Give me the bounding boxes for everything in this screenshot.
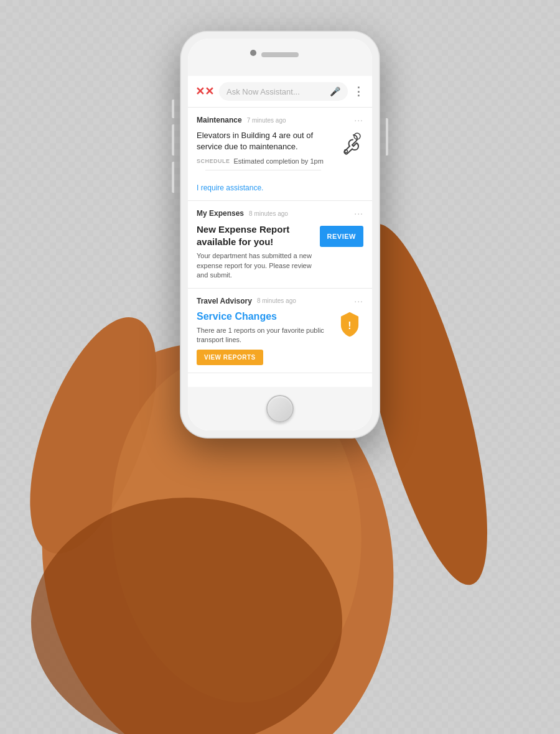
top-search-bar: ✕✕ Ask Now Assistant... 🎤 ⋮ [188, 76, 372, 108]
travel-card-header: Travel Advisory 8 minutes ago ··· [197, 296, 363, 306]
maintenance-card: Maintenance 7 minutes ago ··· Elevators … [188, 108, 372, 201]
maintenance-more-dots[interactable]: ··· [354, 115, 363, 125]
maintenance-title-row: Maintenance 7 minutes ago [197, 116, 286, 124]
schedule-value: Estimated completion by 1pm [234, 157, 324, 165]
home-button[interactable] [266, 395, 294, 422]
tools-wrench-icon [336, 130, 363, 162]
maintenance-card-header: Maintenance 7 minutes ago ··· [197, 115, 363, 125]
earpiece-speaker [261, 52, 299, 57]
expenses-content: New Expense Report available for you! Yo… [197, 223, 363, 280]
phone-scene: ✕✕ Ask Now Assistant... 🎤 ⋮ Maintenance … [180, 31, 380, 438]
travel-content: Service Changes There are 1 reports on y… [197, 311, 363, 366]
schedule-label: SCHEDULE [197, 158, 230, 164]
phone-top-bezel [188, 39, 372, 76]
volume-up-button [172, 124, 174, 156]
expenses-card: My Expenses 8 minutes ago ··· New Expens… [188, 201, 372, 288]
assistance-link[interactable]: I require assistance. [197, 184, 263, 192]
phone-device: ✕✕ Ask Now Assistant... 🎤 ⋮ Maintenance … [180, 31, 380, 438]
expenses-text-area: New Expense Report available for you! Yo… [197, 223, 314, 280]
maintenance-category-label: Maintenance [197, 116, 242, 124]
app-screen: ✕✕ Ask Now Assistant... 🎤 ⋮ Maintenance … [188, 76, 372, 387]
front-camera [250, 50, 256, 56]
search-input[interactable]: Ask Now Assistant... 🎤 [219, 82, 348, 101]
travel-category-label: Travel Advisory [197, 297, 252, 305]
travel-description: There are 1 reports on your favorite pub… [197, 326, 330, 345]
phone-screen-area: ✕✕ Ask Now Assistant... 🎤 ⋮ Maintenance … [188, 39, 372, 430]
travel-more-dots[interactable]: ··· [354, 296, 363, 306]
schedule-row: SCHEDULE Estimated completion by 1pm [197, 157, 330, 165]
expenses-category-label: My Expenses [197, 209, 244, 218]
maintenance-text-area: Elevators in Building 4 are out of servi… [197, 130, 330, 193]
svg-point-0 [345, 150, 348, 153]
maintenance-message: Elevators in Building 4 are out of servi… [197, 130, 330, 152]
expenses-title-text: New Expense Report available for you! [197, 223, 314, 248]
travel-title-row: Travel Advisory 8 minutes ago [197, 297, 296, 305]
svg-text:!: ! [348, 320, 351, 331]
search-placeholder-text: Ask Now Assistant... [226, 87, 326, 96]
expenses-time: 8 minutes ago [249, 210, 288, 217]
microphone-icon[interactable]: 🎤 [330, 86, 340, 96]
maintenance-divider [205, 170, 321, 170]
service-changes-title: Service Changes [197, 311, 330, 322]
expenses-description: Your department has submitted a new expe… [197, 251, 314, 280]
maintenance-time: 7 minutes ago [247, 117, 286, 124]
app-logo: ✕✕ [195, 86, 214, 97]
power-button [386, 118, 388, 156]
volume-down-button [172, 162, 174, 193]
logo-icon: ✕✕ [195, 86, 214, 97]
maintenance-content: Elevators in Building 4 are out of servi… [197, 130, 363, 193]
expenses-title-row: My Expenses 8 minutes ago [197, 209, 288, 218]
expenses-more-dots[interactable]: ··· [354, 208, 363, 218]
more-menu-icon[interactable]: ⋮ [353, 85, 365, 98]
expenses-card-header: My Expenses 8 minutes ago ··· [197, 208, 363, 218]
mute-button [172, 100, 174, 118]
travel-time: 8 minutes ago [257, 297, 296, 304]
travel-advisory-card: Travel Advisory 8 minutes ago ··· Servic… [188, 289, 372, 374]
travel-text-area: Service Changes There are 1 reports on y… [197, 311, 330, 366]
shield-warning-icon: ! [336, 311, 363, 338]
review-button[interactable]: REVIEW [320, 226, 363, 247]
phone-bottom-bezel [188, 387, 372, 430]
view-reports-button[interactable]: VIEW REPORTS [197, 350, 263, 365]
